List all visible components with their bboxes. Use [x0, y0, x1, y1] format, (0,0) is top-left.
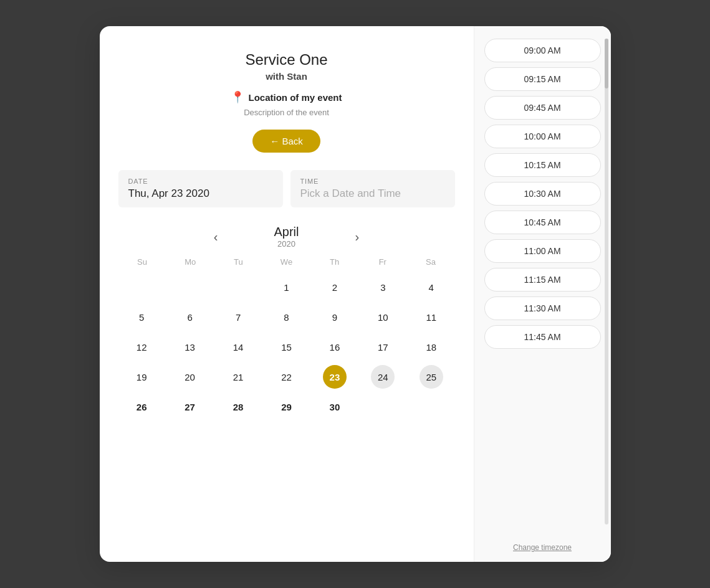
time-slot-button[interactable]: 10:00 AM [484, 125, 601, 148]
calendar-days: 1234567891011121314151617181920212223242… [118, 273, 455, 421]
month-name: April [274, 225, 299, 239]
weekday-label: We [262, 254, 310, 270]
time-slot-button[interactable]: 10:45 AM [484, 211, 601, 234]
calendar-day[interactable]: 17 [360, 333, 406, 361]
time-slot-button[interactable]: 11:15 AM [484, 268, 601, 292]
prev-month-button[interactable]: ‹ [208, 227, 224, 247]
time-slot-button[interactable]: 11:45 AM [484, 325, 601, 349]
change-timezone-button[interactable]: Change timezone [513, 538, 572, 552]
calendar-day[interactable]: 14 [214, 333, 261, 361]
calendar-day[interactable]: 28 [214, 392, 261, 421]
right-panel: 09:00 AM09:15 AM09:45 AM10:00 AM10:15 AM… [474, 26, 611, 562]
calendar-day[interactable]: 11 [408, 303, 454, 331]
date-box: DATE Thu, Apr 23 2020 [118, 170, 283, 207]
time-slot-button[interactable]: 11:30 AM [484, 296, 601, 320]
weekday-label: Mo [166, 254, 214, 270]
calendar-day[interactable]: 10 [360, 303, 406, 331]
time-slot-button[interactable]: 09:15 AM [484, 67, 601, 91]
calendar-day[interactable]: 9 [311, 303, 358, 331]
location-text: Location of my event [248, 92, 342, 103]
calendar-day[interactable]: 8 [263, 303, 310, 331]
weekday-label: Su [118, 254, 166, 270]
date-time-row: DATE Thu, Apr 23 2020 TIME Pick a Date a… [118, 170, 455, 207]
calendar-grid: SuMoTuWeThFrSa 1234567891011121314151617… [118, 254, 455, 421]
weekday-label: Tu [214, 254, 262, 270]
calendar-day[interactable]: 27 [166, 392, 213, 421]
calendar-day[interactable]: 23 [311, 363, 358, 391]
calendar-day[interactable]: 12 [118, 333, 165, 361]
calendar-day[interactable]: 29 [263, 392, 310, 421]
calendar-day[interactable]: 22 [263, 363, 310, 391]
calendar-day[interactable]: 18 [408, 333, 454, 361]
calendar-day[interactable]: 16 [311, 333, 358, 361]
left-panel: Service One with Stan 📍 Location of my e… [100, 26, 474, 562]
time-slot-button[interactable]: 10:30 AM [484, 182, 601, 206]
location-icon: 📍 [231, 90, 244, 104]
back-button[interactable]: ← Back [252, 130, 320, 153]
year-label: 2020 [274, 239, 299, 249]
calendar-day[interactable]: 2 [311, 273, 358, 301]
calendar-day[interactable]: 1 [263, 273, 310, 301]
scrollbar-track [605, 39, 608, 524]
calendar-day-empty [118, 273, 165, 301]
calendar-day[interactable]: 5 [118, 303, 165, 331]
time-slot-button[interactable]: 10:15 AM [484, 153, 601, 177]
weekday-label: Th [310, 254, 358, 270]
time-slots-list: 09:00 AM09:15 AM09:45 AM10:00 AM10:15 AM… [484, 39, 601, 349]
calendar-day[interactable]: 25 [408, 363, 454, 391]
weekday-label: Sa [406, 254, 454, 270]
calendar-day[interactable]: 6 [166, 303, 213, 331]
calendar: ‹ April 2020 › SuMoTuWeThFrSa 1234567891… [118, 225, 455, 421]
calendar-day[interactable]: 4 [408, 273, 454, 301]
calendar-day[interactable]: 24 [360, 363, 406, 391]
time-box: TIME Pick a Date and Time [290, 170, 455, 207]
time-slot-button[interactable]: 11:00 AM [484, 239, 601, 263]
scrollbar-thumb [605, 39, 608, 88]
time-value: Pick a Date and Time [300, 187, 445, 200]
calendar-day[interactable]: 26 [118, 392, 165, 421]
calendar-day[interactable]: 7 [214, 303, 261, 331]
calendar-month: April 2020 [274, 225, 299, 249]
weekday-label: Fr [358, 254, 406, 270]
calendar-day[interactable]: 20 [166, 363, 213, 391]
service-title: Service One [245, 51, 327, 69]
time-slot-button[interactable]: 09:00 AM [484, 39, 601, 62]
calendar-day[interactable]: 30 [311, 392, 358, 421]
main-card: Service One with Stan 📍 Location of my e… [100, 26, 611, 562]
next-month-button[interactable]: › [349, 227, 366, 247]
calendar-day[interactable]: 3 [360, 273, 406, 301]
location-row: 📍 Location of my event [231, 90, 342, 104]
time-label: TIME [300, 178, 445, 185]
time-slot-button[interactable]: 09:45 AM [484, 96, 601, 120]
calendar-header: ‹ April 2020 › [118, 225, 455, 249]
calendar-day[interactable]: 21 [214, 363, 261, 391]
weekdays-row: SuMoTuWeThFrSa [118, 254, 455, 270]
date-label: DATE [128, 178, 273, 185]
host-label: with Stan [266, 71, 307, 82]
calendar-day[interactable]: 13 [166, 333, 213, 361]
calendar-day-empty [166, 273, 213, 301]
date-value: Thu, Apr 23 2020 [128, 187, 273, 200]
calendar-day[interactable]: 19 [118, 363, 165, 391]
event-description: Description of the event [244, 108, 329, 117]
calendar-day-empty [214, 273, 261, 301]
calendar-day[interactable]: 15 [263, 333, 310, 361]
